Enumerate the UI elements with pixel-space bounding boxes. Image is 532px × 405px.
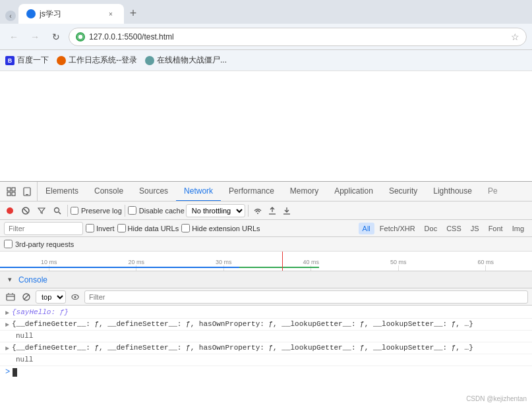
- console-clear-button[interactable]: [4, 290, 17, 304]
- tab-console[interactable]: Console: [86, 182, 131, 202]
- tab-sources[interactable]: Sources: [131, 182, 176, 202]
- filter-js-button[interactable]: JS: [467, 223, 483, 234]
- baidu-label: 百度一下: [17, 55, 49, 66]
- console-label: Console: [18, 275, 47, 284]
- timeline-mark-1: 20 ms: [93, 259, 181, 271]
- reload-button[interactable]: ↻: [47, 28, 65, 45]
- devtools-panel: Elements Console Sources Network Perform…: [0, 181, 532, 405]
- bookmark-star-icon[interactable]: ☆: [511, 32, 519, 42]
- expand-arrow-3[interactable]: ►: [5, 345, 9, 352]
- online-status-icon[interactable]: [251, 204, 264, 217]
- baidu-icon: B: [5, 56, 15, 65]
- console-input-line[interactable]: >: [0, 366, 532, 378]
- devtools-tab-bar: Elements Console Sources Network Perform…: [0, 182, 532, 202]
- timeline-progress-green: [239, 267, 319, 268]
- tab-security[interactable]: Security: [381, 182, 425, 202]
- watermark: CSDN @kejizhentan: [466, 395, 527, 402]
- disable-cache-input[interactable]: [128, 206, 136, 215]
- filter-all-button[interactable]: All: [359, 223, 374, 234]
- tab-favicon: [26, 9, 36, 18]
- fox-icon: [57, 56, 66, 65]
- network-toolbar: Preserve log Disable cache No throttling: [0, 202, 532, 220]
- console-text-1: {sayHello: ƒ}: [12, 308, 69, 316]
- console-no-filter-button[interactable]: [20, 290, 33, 304]
- tab-back-area: ‹: [5, 11, 16, 24]
- tab-performance[interactable]: Performance: [221, 182, 282, 202]
- url-bar[interactable]: 127.0.0.1:5500/test.html ☆: [69, 28, 527, 46]
- tab-bar: ‹ js学习 × +: [0, 0, 532, 24]
- filter-doc-button[interactable]: Doc: [421, 223, 442, 234]
- filter-toggle-button[interactable]: [34, 203, 49, 218]
- toolbar-separator-2: [125, 205, 125, 217]
- tab-close-button[interactable]: ×: [105, 9, 116, 19]
- preserve-log-input[interactable]: [71, 207, 78, 215]
- preserve-log-checkbox[interactable]: Preserve log: [71, 207, 122, 215]
- console-text-null-2: null: [16, 356, 33, 364]
- bookmarks-bar: B 百度一下 工作日志系统--登录 在线植物大战僵尸...: [0, 50, 532, 71]
- devtools-inspect-icon[interactable]: [4, 184, 18, 199]
- url-text: 127.0.0.1:5500/test.html: [89, 32, 507, 41]
- eye-icon[interactable]: [69, 290, 82, 304]
- bookmark-plant[interactable]: 在线植物大战僵尸...: [145, 55, 227, 66]
- svg-rect-3: [7, 192, 11, 196]
- forward-button[interactable]: →: [26, 28, 44, 45]
- fox-label: 工作日志系统--登录: [69, 55, 137, 66]
- disable-cache-checkbox[interactable]: Disable cache: [128, 206, 185, 215]
- tab-lighthouse[interactable]: Lighthouse: [425, 182, 480, 202]
- svg-rect-15: [7, 294, 15, 300]
- tab-application[interactable]: Application: [326, 182, 381, 202]
- svg-line-20: [24, 294, 29, 300]
- search-button[interactable]: [50, 203, 65, 218]
- expand-arrow-1[interactable]: ►: [5, 310, 9, 317]
- bookmark-fox[interactable]: 工作日志系统--登录: [57, 55, 137, 66]
- download-button[interactable]: [280, 204, 293, 217]
- timeline-progress-blue: [0, 267, 239, 268]
- window-control-dot[interactable]: ‹: [5, 11, 16, 21]
- console-line-1: ► {sayHello: ƒ}: [0, 307, 532, 319]
- upload-button[interactable]: [266, 204, 279, 217]
- hide-ext-input[interactable]: [181, 224, 190, 232]
- console-line-5: null: [0, 354, 532, 366]
- new-tab-button[interactable]: +: [124, 4, 142, 22]
- tab-memory[interactable]: Memory: [282, 182, 326, 202]
- console-toolbar: top: [0, 288, 532, 306]
- expand-arrow-2[interactable]: ►: [5, 321, 9, 329]
- context-selector[interactable]: top: [36, 290, 66, 304]
- throttle-select[interactable]: No throttling: [186, 204, 245, 217]
- hide-ext-checkbox[interactable]: Hide extension URLs: [181, 224, 260, 232]
- active-tab[interactable]: js学习 ×: [18, 4, 124, 24]
- tab-elements[interactable]: Elements: [38, 182, 86, 202]
- filter-input[interactable]: [4, 222, 83, 235]
- back-button[interactable]: ←: [5, 28, 22, 45]
- filter-fetch-button[interactable]: Fetch/XHR: [376, 223, 419, 234]
- hide-data-checkbox[interactable]: Hide data URLs: [117, 224, 179, 232]
- console-filter-input[interactable]: [84, 290, 528, 304]
- filter-css-button[interactable]: CSS: [442, 223, 465, 234]
- console-toggle-button[interactable]: ▾: [4, 274, 16, 286]
- devtools-device-icon[interactable]: [20, 184, 34, 199]
- svg-point-7: [7, 207, 13, 214]
- console-output: ► {sayHello: ƒ} ► {__defineGetter__: ƒ, …: [0, 306, 532, 405]
- tab-network[interactable]: Network: [176, 182, 221, 202]
- hide-data-input[interactable]: [117, 224, 126, 232]
- console-text-null-1: null: [16, 332, 33, 340]
- clear-button[interactable]: [18, 203, 33, 218]
- type-filter-group: All Fetch/XHR Doc CSS JS Font Img: [359, 223, 528, 234]
- console-cursor[interactable]: [13, 368, 17, 377]
- svg-point-12: [257, 213, 258, 214]
- bookmark-baidu[interactable]: B 百度一下: [5, 55, 49, 66]
- invert-checkbox[interactable]: Invert: [86, 224, 115, 232]
- console-header: ▾ Console: [0, 271, 532, 288]
- timeline-mark-2: 30 ms: [180, 259, 268, 271]
- console-line-2: ► {__defineGetter__: ƒ, __defineSetter__…: [0, 319, 532, 331]
- invert-input[interactable]: [86, 224, 94, 232]
- timeline-mark-4: 50 ms: [355, 259, 442, 271]
- record-button[interactable]: [3, 203, 17, 218]
- console-line-3: null: [0, 331, 532, 342]
- filter-font-button[interactable]: Font: [485, 223, 507, 234]
- filter-img-button[interactable]: Img: [508, 223, 528, 234]
- timeline-red-marker: [282, 252, 283, 271]
- tab-more[interactable]: Pe: [480, 182, 506, 202]
- third-party-checkbox[interactable]: 3rd-party requests: [4, 240, 74, 248]
- third-party-input[interactable]: [4, 240, 13, 248]
